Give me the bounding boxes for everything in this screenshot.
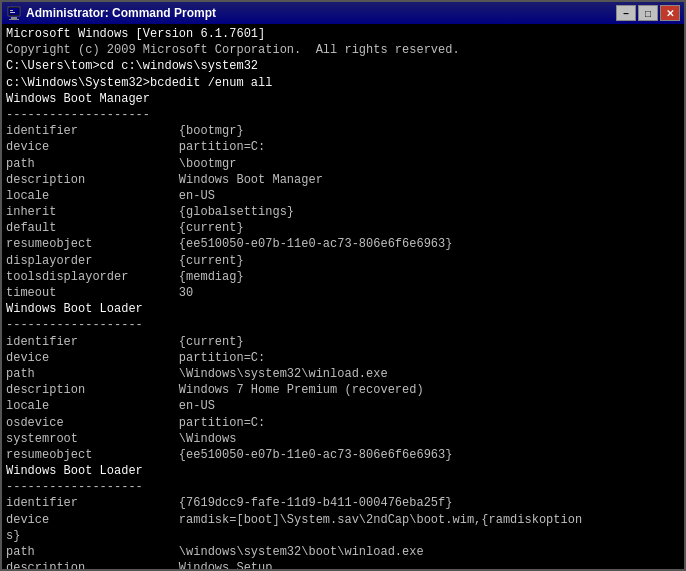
console-line: path \Windows\system32\winload.exe: [6, 366, 680, 382]
console-line: displayorder {current}: [6, 253, 680, 269]
console-line: toolsdisplayorder {memdiag}: [6, 269, 680, 285]
console-line: identifier {current}: [6, 334, 680, 350]
console-line: device partition=C:: [6, 139, 680, 155]
console-line: timeout 30: [6, 285, 680, 301]
window-title: Administrator: Command Prompt: [26, 6, 616, 20]
console-line: inherit {globalsettings}: [6, 204, 680, 220]
console-line: description Windows 7 Home Premium (reco…: [6, 382, 680, 398]
console-line: description Windows Boot Manager: [6, 172, 680, 188]
svg-rect-3: [10, 12, 15, 13]
console-line: default {current}: [6, 220, 680, 236]
window-icon: [6, 5, 22, 21]
console-line: Windows Boot Loader: [6, 463, 680, 479]
console-line: description Windows Setup: [6, 560, 680, 569]
console-output[interactable]: Microsoft Windows [Version 6.1.7601] Cop…: [2, 24, 684, 569]
console-line: device ramdisk=[boot]\System.sav\2ndCap\…: [6, 512, 680, 528]
console-line: systemroot \Windows: [6, 431, 680, 447]
console-line: locale en-US: [6, 188, 680, 204]
console-line: path \windows\system32\boot\winload.exe: [6, 544, 680, 560]
window-controls: – □ ✕: [616, 5, 680, 21]
console-line: s}: [6, 528, 680, 544]
svg-rect-4: [11, 17, 17, 19]
console-line: identifier {7619dcc9-fafe-11d9-b411-0004…: [6, 495, 680, 511]
svg-rect-1: [9, 8, 19, 15]
console-line: C:\Users\tom>cd c:\windows\system32: [6, 58, 680, 74]
console-line: Windows Boot Loader: [6, 301, 680, 317]
console-line: locale en-US: [6, 398, 680, 414]
console-line: path \bootmgr: [6, 156, 680, 172]
console-line: c:\Windows\System32>bcdedit /enum all: [6, 75, 680, 91]
minimize-button[interactable]: –: [616, 5, 636, 21]
console-line: -------------------: [6, 317, 680, 333]
console-line: device partition=C:: [6, 350, 680, 366]
title-bar: Administrator: Command Prompt – □ ✕: [2, 2, 684, 24]
console-line: identifier {bootmgr}: [6, 123, 680, 139]
console-line: Microsoft Windows [Version 6.1.7601]: [6, 26, 680, 42]
console-line: resumeobject {ee510050-e07b-11e0-ac73-80…: [6, 447, 680, 463]
console-line: Copyright (c) 2009 Microsoft Corporation…: [6, 42, 680, 58]
close-button[interactable]: ✕: [660, 5, 680, 21]
console-line: -------------------: [6, 479, 680, 495]
console-line: osdevice partition=C:: [6, 415, 680, 431]
svg-rect-5: [9, 19, 19, 20]
console-line: --------------------: [6, 107, 680, 123]
svg-rect-2: [10, 10, 13, 11]
console-line: Windows Boot Manager: [6, 91, 680, 107]
maximize-button[interactable]: □: [638, 5, 658, 21]
console-line: resumeobject {ee510050-e07b-11e0-ac73-80…: [6, 236, 680, 252]
command-prompt-window: Administrator: Command Prompt – □ ✕ Micr…: [0, 0, 686, 571]
